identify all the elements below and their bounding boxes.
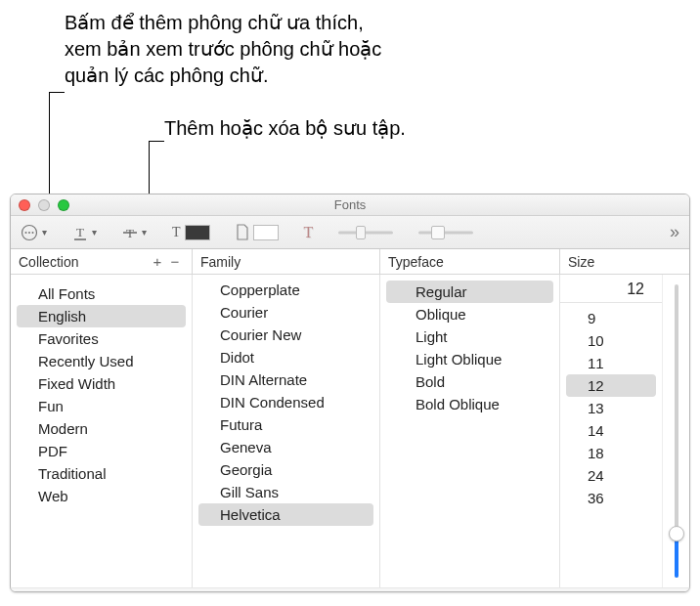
- family-header-label: Family: [200, 254, 241, 270]
- size-option[interactable]: 18: [566, 442, 656, 464]
- list-item[interactable]: Regular: [386, 281, 553, 303]
- size-list[interactable]: 91011121314182436: [560, 307, 662, 509]
- list-item[interactable]: Bold Oblique: [386, 393, 553, 415]
- list-item[interactable]: Bold: [386, 370, 553, 393]
- list-item[interactable]: DIN Condensed: [198, 391, 373, 413]
- size-option[interactable]: 36: [566, 487, 656, 509]
- svg-point-1: [25, 232, 27, 234]
- size-header[interactable]: Size: [560, 249, 689, 274]
- list-item[interactable]: Fixed Width: [17, 372, 186, 395]
- list-item[interactable]: Web: [17, 485, 186, 507]
- text-shadow-button[interactable]: T: [304, 224, 314, 241]
- slider-thumb[interactable]: [431, 226, 445, 239]
- collection-list[interactable]: All FontsEnglishFavoritesRecently UsedFi…: [11, 275, 193, 587]
- window-title: Fonts: [11, 197, 689, 212]
- shadow-icon: T: [304, 224, 314, 241]
- list-item[interactable]: Favorites: [17, 327, 186, 350]
- size-option[interactable]: 24: [566, 464, 656, 487]
- list-item[interactable]: Traditional: [17, 462, 186, 485]
- svg-point-3: [32, 232, 34, 234]
- list-item[interactable]: English: [17, 305, 186, 327]
- action-menu-button[interactable]: ▾: [21, 224, 47, 241]
- text-color-swatch[interactable]: [185, 225, 210, 240]
- panel-body: All FontsEnglishFavoritesRecently UsedFi…: [11, 275, 689, 587]
- chevron-down-icon: ▾: [142, 227, 147, 238]
- size-option[interactable]: 12: [566, 374, 656, 397]
- document-color-swatch[interactable]: [253, 225, 279, 240]
- strikethrough-icon: T: [122, 224, 138, 241]
- text-color-button[interactable]: T: [172, 225, 210, 240]
- list-item[interactable]: Modern: [17, 417, 186, 440]
- chevron-down-icon: ▾: [42, 227, 47, 238]
- size-option[interactable]: 9: [566, 307, 656, 329]
- typeface-list[interactable]: RegularObliqueLightLight ObliqueBoldBold…: [380, 275, 560, 587]
- size-header-label: Size: [568, 254, 594, 270]
- slider-thumb[interactable]: [356, 226, 366, 239]
- typeface-header[interactable]: Typeface: [380, 249, 560, 274]
- callout-add-remove: Thêm hoặc xóa bộ sưu tập.: [164, 115, 487, 142]
- collection-header-label: Collection: [19, 254, 78, 270]
- collection-header[interactable]: Collection + −: [11, 249, 193, 274]
- more-actions-icon: [21, 224, 38, 241]
- underline-menu-button[interactable]: T ▾: [72, 224, 97, 241]
- list-item[interactable]: Geneva: [198, 436, 373, 458]
- list-item[interactable]: Courier New: [198, 324, 373, 346]
- size-slider[interactable]: [662, 275, 689, 587]
- leader-line: [49, 92, 65, 93]
- strikethrough-menu-button[interactable]: T ▾: [122, 224, 147, 241]
- list-item[interactable]: Fun: [17, 395, 186, 417]
- remove-collection-button[interactable]: −: [166, 253, 184, 271]
- slider-track: [675, 284, 678, 578]
- size-column: 12 91011121314182436: [560, 275, 689, 587]
- list-item[interactable]: Oblique: [386, 303, 553, 325]
- titlebar[interactable]: Fonts: [11, 195, 689, 216]
- callout-action-menu: Bấm để thêm phông chữ ưa thích, xem bản …: [65, 10, 397, 89]
- list-item[interactable]: Courier: [198, 301, 373, 324]
- family-header[interactable]: Family: [193, 249, 380, 274]
- callouts-region: Bấm để thêm phông chữ ưa thích, xem bản …: [0, 0, 700, 195]
- list-item[interactable]: Didot: [198, 346, 373, 368]
- leader-line: [149, 141, 164, 142]
- resize-handle[interactable]: [11, 587, 689, 591]
- svg-point-2: [28, 232, 30, 234]
- document-color-button[interactable]: [236, 224, 279, 240]
- slider-track: [418, 231, 473, 234]
- toolbar-overflow-button[interactable]: »: [670, 222, 679, 242]
- add-collection-button[interactable]: +: [149, 253, 166, 271]
- typeface-header-label: Typeface: [388, 254, 444, 270]
- underline-icon: T: [72, 224, 88, 241]
- list-item[interactable]: Georgia: [198, 458, 373, 481]
- list-item[interactable]: Recently Used: [17, 350, 186, 372]
- size-option[interactable]: 14: [566, 419, 656, 442]
- list-item[interactable]: Futura: [198, 413, 373, 436]
- page-icon: [236, 224, 249, 240]
- slider-thumb[interactable]: [669, 526, 684, 541]
- slider-track: [338, 231, 393, 234]
- list-item[interactable]: All Fonts: [17, 282, 186, 305]
- size-option[interactable]: 13: [566, 397, 656, 419]
- list-item[interactable]: Helvetica: [198, 503, 373, 526]
- list-item[interactable]: Gill Sans: [198, 481, 373, 503]
- list-item[interactable]: Light Oblique: [386, 348, 553, 370]
- text-color-icon: T: [172, 225, 181, 240]
- chevron-down-icon: ▾: [92, 227, 97, 238]
- list-item[interactable]: Light: [386, 325, 553, 348]
- size-option[interactable]: 10: [566, 329, 656, 352]
- svg-text:T: T: [76, 225, 84, 239]
- family-list[interactable]: CopperplateCourierCourier NewDidotDIN Al…: [193, 275, 380, 587]
- column-headers: Collection + − Family Typeface Size: [11, 249, 689, 275]
- chevron-double-right-icon: »: [670, 222, 679, 242]
- fonts-window: Fonts ▾ T ▾ T ▾ T: [10, 194, 690, 592]
- size-input[interactable]: 12: [560, 279, 662, 303]
- shadow-blur-slider[interactable]: [418, 225, 473, 240]
- size-option[interactable]: 11: [566, 352, 656, 374]
- shadow-opacity-slider[interactable]: [338, 225, 393, 240]
- list-item[interactable]: DIN Alternate: [198, 368, 373, 391]
- list-item[interactable]: PDF: [17, 440, 186, 462]
- list-item[interactable]: Copperplate: [198, 279, 373, 301]
- toolbar: ▾ T ▾ T ▾ T T: [11, 216, 689, 249]
